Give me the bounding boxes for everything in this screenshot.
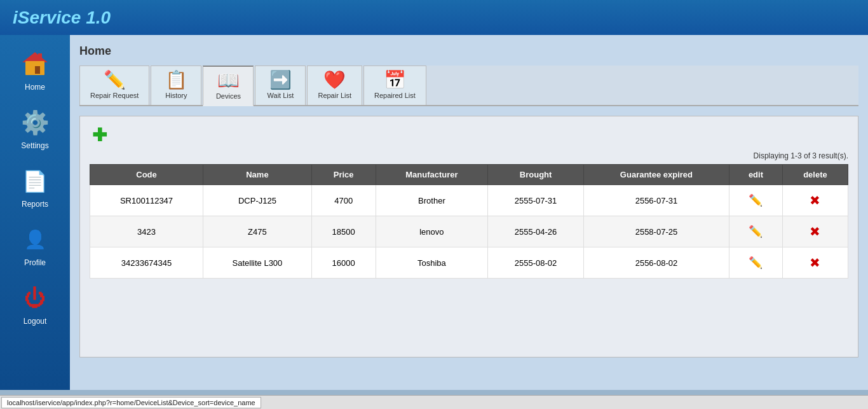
pencil-edit-icon: ✏️: [749, 194, 763, 207]
col-brought[interactable]: Brought: [488, 165, 584, 185]
sidebar-item-reports[interactable]: 📄 Reports: [0, 158, 70, 214]
cell-price: 4700: [311, 185, 376, 216]
main-layout: Home ⚙️ Settings 📄 Reports 👤 Profile ⏻ L…: [0, 35, 868, 390]
house-icon: [23, 52, 47, 76]
profile-icon: 👤: [24, 229, 46, 250]
tab-repaired-list[interactable]: 📅 Repaired List: [363, 66, 426, 105]
cell-delete: ✖: [782, 216, 848, 247]
edit-button[interactable]: ✏️: [747, 223, 764, 240]
tab-navigation: ✏️ Repair Request 📋 History 📖 Devices ➡️…: [79, 66, 858, 106]
power-icon: ⏻: [24, 286, 46, 310]
cell-delete: ✖: [782, 185, 848, 216]
sidebar-item-profile[interactable]: 👤 Profile: [0, 217, 70, 272]
cell-brought: 2555-04-26: [488, 216, 584, 247]
home-icon-wrap: [18, 46, 53, 81]
tab-wait-list[interactable]: ➡️ Wait List: [255, 66, 306, 105]
result-info: Displaying 1-3 of 3 result(s).: [90, 151, 848, 160]
cell-guarantee-expired: 2556-08-02: [583, 247, 729, 279]
cell-price: 18500: [311, 216, 376, 247]
cell-delete: ✖: [782, 247, 848, 279]
col-delete: delete: [782, 165, 848, 185]
plus-icon: ✚: [92, 127, 107, 144]
tab-repair-request[interactable]: ✏️ Repair Request: [79, 66, 149, 105]
sidebar-home-label: Home: [25, 83, 45, 92]
col-edit: edit: [729, 165, 782, 185]
gear-icon: ⚙️: [21, 109, 50, 136]
tab-repaired-list-label: Repaired List: [374, 92, 416, 99]
cell-brought: 2555-07-31: [488, 185, 584, 216]
report-icon: 📄: [22, 169, 48, 193]
table-row: 34233674345 Satellite L300 16000 Toshiba…: [90, 247, 848, 279]
cell-name: Z475: [203, 216, 312, 247]
edit-button[interactable]: ✏️: [747, 192, 764, 209]
col-guarantee-expired[interactable]: Guarantee expired: [583, 165, 729, 185]
edit-button[interactable]: ✏️: [747, 254, 764, 271]
cell-manufacturer: Brother: [376, 185, 488, 216]
app-header: iService 1.0: [0, 0, 868, 35]
col-code[interactable]: Code: [90, 165, 203, 185]
repair-request-icon: ✏️: [104, 71, 126, 89]
tab-wait-list-label: Wait List: [268, 92, 294, 99]
repair-list-icon: ❤️: [323, 71, 346, 89]
cell-guarantee-expired: 2558-07-25: [583, 216, 729, 247]
pencil-edit-icon: ✏️: [749, 256, 763, 269]
sidebar: Home ⚙️ Settings 📄 Reports 👤 Profile ⏻ L…: [0, 35, 70, 390]
cell-edit: ✏️: [729, 247, 782, 279]
devices-table: Code Name Price Manufacturer Brought Gua…: [90, 164, 848, 279]
table-row: 3423 Z475 18500 lenovo 2555-04-26 2558-0…: [90, 216, 848, 247]
cell-manufacturer: lenovo: [376, 216, 488, 247]
cell-code: SR100112347: [90, 185, 203, 216]
sidebar-profile-label: Profile: [24, 258, 46, 267]
sidebar-item-logout[interactable]: ⏻ Logout: [0, 275, 70, 331]
content-area: ✚ Displaying 1-3 of 3 result(s). Code Na…: [79, 116, 858, 357]
tab-repair-list-label: Repair List: [318, 92, 351, 99]
cell-edit: ✏️: [729, 216, 782, 247]
cell-name: Satellite L300: [203, 247, 312, 279]
devices-icon: 📖: [217, 72, 240, 90]
cell-name: DCP-J125: [203, 185, 312, 216]
x-delete-icon: ✖: [810, 193, 820, 207]
x-delete-icon: ✖: [810, 225, 820, 239]
cell-edit: ✏️: [729, 185, 782, 216]
sidebar-item-home[interactable]: Home: [0, 41, 70, 97]
table-row: SR100112347 DCP-J125 4700 Brother 2555-0…: [90, 185, 848, 216]
cell-code: 34233674345: [90, 247, 203, 279]
cell-code: 3423: [90, 216, 203, 247]
main-content: Home ✏️ Repair Request 📋 History 📖 Devic…: [70, 35, 868, 390]
sidebar-reports-label: Reports: [22, 200, 48, 209]
repaired-list-icon: 📅: [384, 71, 406, 89]
cell-guarantee-expired: 2556-07-31: [583, 185, 729, 216]
tab-devices-label: Devices: [216, 92, 241, 100]
delete-button[interactable]: ✖: [808, 254, 822, 272]
status-url: localhost/iservice/app/index.php?r=home/…: [1, 397, 261, 408]
sidebar-settings-label: Settings: [21, 141, 48, 150]
table-header-row: Code Name Price Manufacturer Brought Gua…: [90, 165, 848, 185]
reports-icon-wrap: 📄: [18, 163, 53, 198]
col-manufacturer[interactable]: Manufacturer: [376, 165, 488, 185]
cell-price: 16000: [311, 247, 376, 279]
col-name[interactable]: Name: [203, 165, 312, 185]
url-text: localhost/iservice/app/index.php?r=home/…: [7, 399, 255, 406]
tab-history[interactable]: 📋 History: [151, 66, 201, 105]
wait-list-icon: ➡️: [269, 71, 292, 89]
tab-repair-request-label: Repair Request: [90, 92, 139, 99]
tab-devices[interactable]: 📖 Devices: [203, 66, 254, 106]
profile-icon-wrap: 👤: [18, 222, 53, 257]
cell-manufacturer: Toshiba: [376, 247, 488, 279]
settings-icon-wrap: ⚙️: [18, 105, 53, 140]
add-button[interactable]: ✚: [90, 126, 109, 145]
page-title: Home: [79, 45, 858, 58]
history-icon: 📋: [165, 71, 187, 89]
app-title: iService 1.0: [13, 8, 111, 28]
logout-icon-wrap: ⏻: [18, 281, 53, 315]
delete-button[interactable]: ✖: [808, 191, 822, 209]
x-delete-icon: ✖: [810, 256, 820, 270]
tab-repair-list[interactable]: ❤️ Repair List: [307, 66, 362, 105]
tab-history-label: History: [165, 92, 187, 99]
col-price[interactable]: Price: [311, 165, 376, 185]
sidebar-logout-label: Logout: [24, 317, 47, 326]
sidebar-item-settings[interactable]: ⚙️ Settings: [0, 100, 70, 155]
delete-button[interactable]: ✖: [808, 223, 822, 240]
pencil-edit-icon: ✏️: [749, 225, 763, 238]
cell-brought: 2555-08-02: [488, 247, 584, 279]
